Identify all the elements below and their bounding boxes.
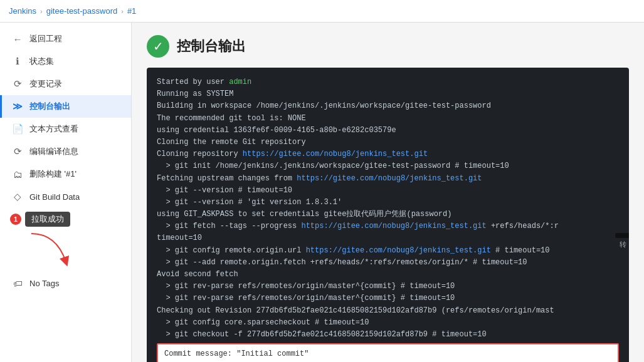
gitbuild-icon: ◇ xyxy=(12,191,23,202)
console-line: Cloning the remote Git repository xyxy=(157,137,619,148)
sidebar-item-delete[interactable]: 🗂 删除构建 '#1' xyxy=(0,163,131,185)
sidebar-item-label-changes: 变更记录 xyxy=(29,78,62,90)
breadcrumb-sep2: › xyxy=(121,8,124,15)
console-line: The recommended git tool is: NONE xyxy=(157,113,619,125)
console-icon: ≫ xyxy=(12,101,23,112)
breadcrumb-build[interactable]: #1 xyxy=(127,6,136,16)
breadcrumb-sep1: › xyxy=(40,8,43,15)
tooltip-badge-num: 1 xyxy=(10,214,21,225)
sidebar-item-back[interactable]: ← 返回工程 xyxy=(0,28,131,50)
delete-icon: 🗂 xyxy=(12,168,23,180)
tooltip-arrow xyxy=(19,230,75,268)
console-line: > git init /home/jenkins/.jenkins/worksp… xyxy=(157,160,619,172)
sidebar-item-label-console: 控制台输出 xyxy=(29,101,70,112)
info-icon: ℹ xyxy=(12,56,23,67)
console-line: > git config remote.origin.url https://g… xyxy=(157,245,619,257)
sidebar-item-editbuild[interactable]: ⟳ 编辑编译信息 xyxy=(0,140,131,163)
page-title: 控制台输出 xyxy=(177,37,246,56)
console-line: using GIT_ASKPASS to set credentials git… xyxy=(157,209,619,220)
console-line: Avoid second fetch xyxy=(157,269,619,281)
sidebar-item-label-gitbuild: Git Build Data xyxy=(29,192,80,202)
success-icon: ✓ xyxy=(147,35,169,58)
console-line: Fetching upstream changes from https://g… xyxy=(157,173,619,185)
console-output[interactable]: Started by user admin Running as SYSTEM … xyxy=(147,68,629,362)
console-line: Building in workspace /home/jenkins/.jen… xyxy=(157,100,619,112)
history-icon: ⟳ xyxy=(12,78,23,90)
console-line: > git fetch --tags --progress https://gi… xyxy=(157,220,619,232)
sidebar-item-label-back: 返回工程 xyxy=(29,33,62,44)
scroll-hint: 转 xyxy=(615,233,629,238)
breadcrumb-bar: Jenkins › gitee-test-password › #1 xyxy=(0,0,644,23)
sidebar-item-textview[interactable]: 📄 文本方式查看 xyxy=(0,118,131,140)
console-line: Cloning repository https://gitee.com/nob… xyxy=(157,148,619,160)
sidebar-item-changes[interactable]: ⟳ 变更记录 xyxy=(0,73,131,95)
notags-icon: 🏷 xyxy=(12,277,23,289)
textview-icon: 📄 xyxy=(12,123,23,135)
sidebar-item-console[interactable]: ≫ 控制台输出 xyxy=(0,95,131,118)
breadcrumb-project[interactable]: gitee-test-password xyxy=(46,6,117,16)
console-line: > git config core.sparsecheckout # timeo… xyxy=(157,317,619,329)
sidebar-item-status[interactable]: ℹ 状态集 xyxy=(0,50,131,73)
console-highlight-box: Commit message: "Initial commit" First t… xyxy=(157,343,619,362)
sidebar-item-label-notags: No Tags xyxy=(29,279,59,288)
console-line: timeout=10 xyxy=(157,232,619,244)
console-line: > git rev-parse refs/remotes/origin/mast… xyxy=(157,292,619,304)
console-line: > git --version # timeout=10 xyxy=(157,185,619,197)
console-line: > git --add remote.origin.fetch +refs/he… xyxy=(157,257,619,269)
main-layout: ← 返回工程 ℹ 状态集 ⟳ 变更记录 ≫ 控制台输出 📄 文本方式查看 ⟳ 编… xyxy=(0,23,644,362)
console-line: using credential 1363fe6f-0009-4165-a80b… xyxy=(157,125,619,137)
tooltip-label: 拉取成功 xyxy=(25,212,70,227)
console-line: Started by user admin xyxy=(157,76,619,88)
breadcrumb-jenkins[interactable]: Jenkins xyxy=(9,6,36,16)
sidebar-item-gitbuild[interactable]: ◇ Git Build Data xyxy=(0,185,131,208)
sidebar-item-label-editbuild: 编辑编译信息 xyxy=(29,146,78,157)
content-area: ✓ 控制台输出 Started by user admin Running as… xyxy=(132,23,644,362)
console-line: > git --version # 'git version 1.8.3.1' xyxy=(157,197,619,209)
editbuild-icon: ⟳ xyxy=(12,146,23,157)
console-line: > git rev-parse refs/remotes/origin/mast… xyxy=(157,281,619,292)
console-line: > git checkout -f 277db6fd5b2fae021c4168… xyxy=(157,329,619,341)
page-title-row: ✓ 控制台输出 xyxy=(147,35,629,58)
sidebar: ← 返回工程 ℹ 状态集 ⟳ 变更记录 ≫ 控制台输出 📄 文本方式查看 ⟳ 编… xyxy=(0,23,132,362)
highlight-line-1: Commit message: "Initial commit" xyxy=(164,348,611,360)
console-line: Checking out Revision 277db6fd5b2fae021c… xyxy=(157,305,619,317)
back-icon: ← xyxy=(12,33,23,44)
sidebar-item-label-status: 状态集 xyxy=(29,56,54,67)
sidebar-item-label-delete: 删除构建 '#1' xyxy=(29,168,77,180)
sidebar-item-notags[interactable]: 🏷 No Tags xyxy=(0,272,131,294)
console-line: Running as SYSTEM xyxy=(157,88,619,100)
sidebar-item-label-textview: 文本方式查看 xyxy=(29,123,78,135)
